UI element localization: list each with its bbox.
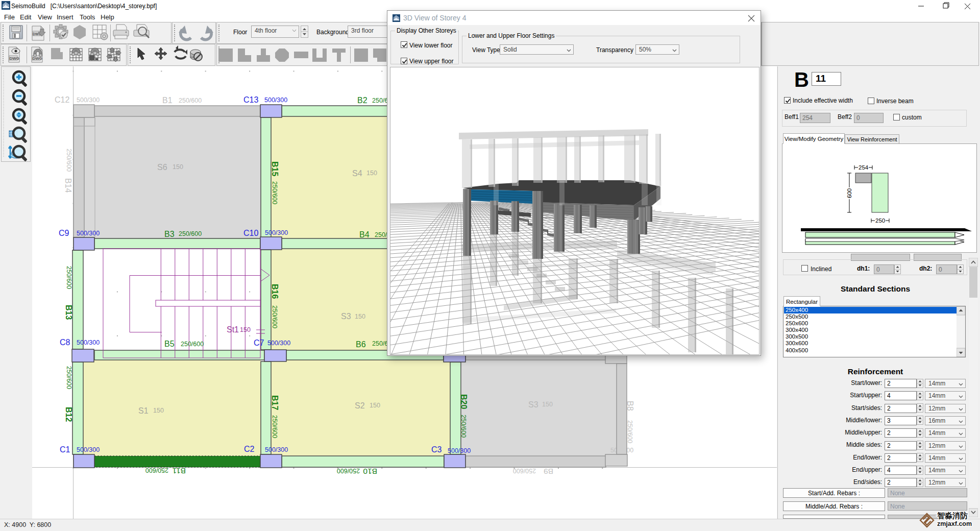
svg-text:B10: B10 <box>363 467 377 476</box>
svg-text:S6: S6 <box>157 163 167 172</box>
svg-text:500/300: 500/300 <box>77 339 100 346</box>
svg-text:S2: S2 <box>355 401 365 410</box>
svg-text:B15: B15 <box>271 161 279 176</box>
svg-text:600: 600 <box>846 188 852 198</box>
svg-text:C3: C3 <box>431 445 442 454</box>
svg-text:150: 150 <box>240 326 251 333</box>
svg-text:C2: C2 <box>244 445 255 453</box>
svg-text:B16: B16 <box>271 284 279 299</box>
svg-text:B12: B12 <box>64 407 73 422</box>
svg-text:500/300: 500/300 <box>77 446 100 453</box>
svg-text:250/600: 250/600 <box>179 97 202 104</box>
svg-text:B1: B1 <box>162 96 173 105</box>
svg-text:250/600: 250/600 <box>626 420 633 443</box>
svg-text:B6: B6 <box>356 340 366 349</box>
svg-text:B2: B2 <box>357 96 368 105</box>
svg-text:250/600: 250/600 <box>65 366 72 389</box>
svg-text:250/600: 250/600 <box>271 415 278 438</box>
svg-text:150: 150 <box>542 401 553 408</box>
svg-text:zmjaxf.com: zmjaxf.com <box>937 520 972 527</box>
svg-text:B13: B13 <box>64 305 73 320</box>
svg-text:B17: B17 <box>271 395 279 410</box>
svg-text:254: 254 <box>859 164 869 171</box>
svg-text:500/300: 500/300 <box>77 230 100 237</box>
svg-text:St1: St1 <box>227 325 239 334</box>
svg-text:B3: B3 <box>164 230 175 238</box>
svg-text:250/600: 250/600 <box>65 266 72 289</box>
svg-text:C12: C12 <box>55 95 69 104</box>
svg-text:C10: C10 <box>243 229 258 237</box>
svg-text:150: 150 <box>370 402 380 409</box>
svg-text:500/300: 500/300 <box>265 229 288 236</box>
svg-text:C8: C8 <box>60 338 70 347</box>
svg-text:C13: C13 <box>243 95 258 104</box>
svg-text:250/600: 250/600 <box>271 305 278 328</box>
svg-text:C9: C9 <box>59 229 69 237</box>
svg-text:B20: B20 <box>459 394 468 409</box>
svg-text:250/600: 250/600 <box>179 230 202 237</box>
svg-text:B9: B9 <box>544 467 553 476</box>
svg-text:S3: S3 <box>528 400 538 409</box>
svg-text:150: 150 <box>355 313 365 320</box>
svg-text:B4: B4 <box>359 230 370 239</box>
svg-text:B11: B11 <box>173 467 186 475</box>
svg-text:智淼消防: 智淼消防 <box>937 511 968 520</box>
svg-text:500/300: 500/300 <box>264 96 287 104</box>
svg-text:500/300: 500/300 <box>77 96 100 104</box>
svg-text:250/600: 250/600 <box>65 149 72 172</box>
svg-text:S1: S1 <box>138 406 149 415</box>
svg-text:250: 250 <box>875 218 885 224</box>
svg-text:150: 150 <box>173 163 183 171</box>
svg-text:B14: B14 <box>64 178 72 193</box>
svg-text:S3: S3 <box>341 312 351 321</box>
svg-text:B5: B5 <box>164 340 175 348</box>
svg-text:250/600: 250/600 <box>145 467 168 474</box>
svg-text:250/600: 250/600 <box>337 467 360 474</box>
svg-text:150: 150 <box>366 170 377 177</box>
svg-text:250/600: 250/600 <box>271 181 278 204</box>
svg-text:500/300: 500/300 <box>448 447 471 454</box>
svg-text:250/600: 250/600 <box>181 341 204 348</box>
svg-text:B8: B8 <box>626 401 634 411</box>
svg-text:150: 150 <box>153 407 164 414</box>
svg-text:C1: C1 <box>60 445 70 454</box>
svg-text:S4: S4 <box>352 169 362 178</box>
svg-text:500/300: 500/300 <box>265 446 288 453</box>
svg-text:500/300: 500/300 <box>267 340 290 347</box>
svg-text:250/600: 250/600 <box>460 415 467 438</box>
svg-text:C7: C7 <box>254 339 264 347</box>
svg-text:250/600: 250/600 <box>513 467 536 474</box>
